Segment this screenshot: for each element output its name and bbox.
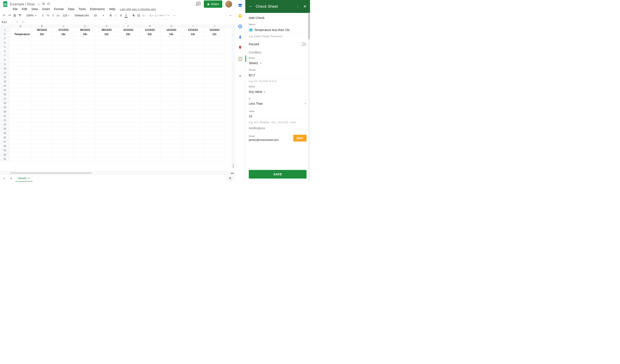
cell[interactable] <box>182 105 204 110</box>
cell[interactable]: 12/10/22 <box>161 28 182 32</box>
cell[interactable] <box>74 157 96 161</box>
cell[interactable] <box>53 140 74 144</box>
cell[interactable] <box>182 148 204 153</box>
cell[interactable] <box>204 45 225 49</box>
column-header[interactable]: D <box>74 25 96 28</box>
checksheet-addon-icon[interactable]: 📋 <box>237 56 243 62</box>
cell[interactable] <box>10 101 31 105</box>
cell[interactable] <box>96 135 118 140</box>
cell[interactable] <box>31 75 53 79</box>
row-header[interactable]: 3 <box>0 36 10 41</box>
row-header[interactable]: 24 <box>0 127 10 131</box>
cell[interactable] <box>10 144 31 148</box>
cell[interactable] <box>96 62 118 67</box>
cell[interactable] <box>204 153 225 157</box>
cell[interactable] <box>204 41 225 45</box>
column-header[interactable]: C <box>53 25 74 28</box>
cell[interactable] <box>139 144 161 148</box>
move-icon[interactable] <box>42 2 45 6</box>
value-input[interactable] <box>249 114 307 120</box>
decrease-decimal[interactable]: .0← <box>51 13 56 18</box>
cell[interactable] <box>53 84 74 88</box>
back-icon[interactable]: ← <box>248 4 253 9</box>
comments-icon[interactable] <box>196 1 201 7</box>
cell[interactable]: 13/10/22 <box>182 28 204 32</box>
cell[interactable] <box>31 67 53 71</box>
cell[interactable] <box>10 114 31 118</box>
horizontal-align-icon[interactable]: ▼ <box>149 13 154 18</box>
cell[interactable] <box>182 131 204 135</box>
cell[interactable] <box>10 67 31 71</box>
cell[interactable] <box>31 144 53 148</box>
cell[interactable] <box>53 148 74 153</box>
collapse-toolbar-icon[interactable] <box>228 13 233 18</box>
cell[interactable] <box>139 101 161 105</box>
cell[interactable] <box>204 101 225 105</box>
cell[interactable]: 14/10/22 <box>204 28 225 32</box>
cell[interactable] <box>96 101 118 105</box>
cell[interactable] <box>96 75 118 79</box>
cell[interactable] <box>10 105 31 110</box>
cell[interactable] <box>74 105 96 110</box>
cell[interactable] <box>161 135 182 140</box>
row-header[interactable]: 25 <box>0 131 10 135</box>
sheet-tab[interactable]: Sheet1▼ <box>15 175 32 182</box>
add-addon-icon[interactable]: + <box>238 74 242 78</box>
cell[interactable] <box>96 123 118 127</box>
strikethrough-icon[interactable]: S <box>119 13 123 18</box>
cell[interactable] <box>31 118 53 123</box>
cell[interactable] <box>10 92 31 97</box>
row-header[interactable]: 31 <box>0 157 10 161</box>
cell[interactable] <box>10 79 31 84</box>
cell[interactable] <box>31 135 53 140</box>
cell[interactable] <box>10 49 31 54</box>
row-header[interactable]: 29 <box>0 148 10 153</box>
cell[interactable] <box>74 127 96 131</box>
text-color-icon[interactable]: A <box>124 13 128 18</box>
tasks-icon[interactable] <box>238 24 242 29</box>
cell[interactable] <box>31 123 53 127</box>
cell[interactable] <box>74 54 96 58</box>
cell[interactable] <box>182 127 204 131</box>
menu-data[interactable]: Data <box>66 7 76 12</box>
cell[interactable] <box>31 88 53 92</box>
cell[interactable] <box>31 148 53 153</box>
row-header[interactable]: 7 <box>0 54 10 58</box>
panel-scrollbar[interactable] <box>308 13 310 182</box>
cell[interactable] <box>161 131 182 135</box>
cell[interactable] <box>139 123 161 127</box>
cell[interactable] <box>139 148 161 153</box>
row-header[interactable]: 20 <box>0 110 10 114</box>
cell[interactable] <box>31 101 53 105</box>
cell[interactable] <box>118 75 139 79</box>
panel-menu-icon[interactable]: ⋮ <box>295 4 300 9</box>
cell[interactable] <box>10 110 31 114</box>
row-header[interactable]: 10 <box>0 67 10 71</box>
cell[interactable] <box>204 79 225 84</box>
row-header[interactable]: 1 <box>0 28 10 32</box>
cell[interactable] <box>53 79 74 84</box>
cell[interactable] <box>182 45 204 49</box>
cell[interactable] <box>96 54 118 58</box>
cell[interactable] <box>139 54 161 58</box>
cell[interactable] <box>139 97 161 101</box>
cell[interactable] <box>31 157 53 161</box>
cell[interactable] <box>161 114 182 118</box>
cell[interactable] <box>139 92 161 97</box>
cell[interactable] <box>53 45 74 49</box>
explore-icon[interactable] <box>227 175 233 181</box>
cell[interactable] <box>182 36 204 41</box>
cell[interactable] <box>31 140 53 144</box>
cell[interactable]: 22c <box>96 32 118 36</box>
cell[interactable] <box>31 58 53 62</box>
cell[interactable] <box>161 58 182 62</box>
cell[interactable] <box>31 41 53 45</box>
cell[interactable] <box>74 36 96 41</box>
edit-button[interactable]: EDIT <box>293 135 307 142</box>
cell[interactable] <box>161 49 182 54</box>
cloud-status-icon[interactable] <box>47 2 50 6</box>
row-header[interactable]: 15 <box>0 88 10 92</box>
cell[interactable] <box>74 88 96 92</box>
cell[interactable] <box>161 79 182 84</box>
cell[interactable] <box>182 41 204 45</box>
